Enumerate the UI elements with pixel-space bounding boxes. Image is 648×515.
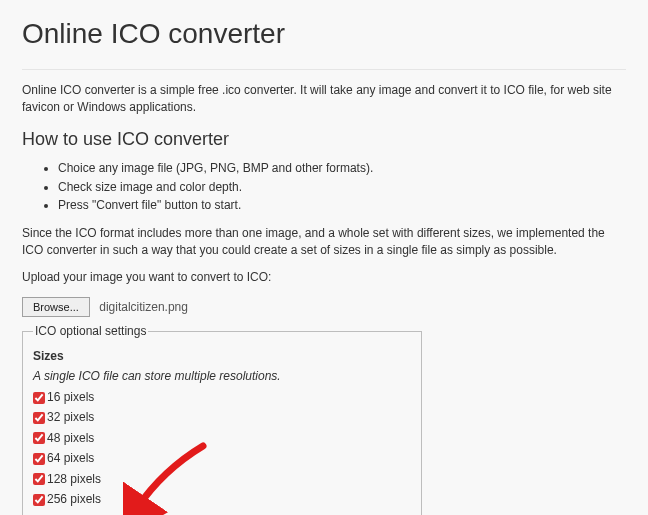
size-checkbox-16[interactable]: [33, 392, 45, 404]
size-option: 16 pixels: [33, 389, 411, 406]
howto-step: Choice any image file (JPG, PNG, BMP and…: [58, 160, 626, 177]
size-checkbox-48[interactable]: [33, 432, 45, 444]
browse-button[interactable]: Browse...: [22, 297, 90, 317]
upload-label: Upload your image you want to convert to…: [22, 269, 626, 286]
size-label[interactable]: 128 pixels: [47, 471, 101, 488]
howto-step: Check size image and color depth.: [58, 179, 626, 196]
size-label[interactable]: 16 pixels: [47, 389, 94, 406]
size-checkbox-128[interactable]: [33, 473, 45, 485]
size-checkbox-64[interactable]: [33, 453, 45, 465]
file-input-row: Browse... digitalcitizen.png: [22, 297, 626, 317]
howto-heading: How to use ICO converter: [22, 126, 626, 152]
size-label[interactable]: 32 pixels: [47, 409, 94, 426]
size-label[interactable]: 64 pixels: [47, 450, 94, 467]
size-checkbox-256[interactable]: [33, 494, 45, 506]
size-option: 128 pixels: [33, 471, 411, 488]
selected-filename: digitalcitizen.png: [99, 300, 188, 314]
size-option: 64 pixels: [33, 450, 411, 467]
note-text: Since the ICO format includes more than …: [22, 225, 626, 260]
page-title: Online ICO converter: [22, 14, 626, 55]
ico-settings-fieldset: ICO optional settings Sizes A single ICO…: [22, 323, 422, 515]
size-option: 48 pixels: [33, 430, 411, 447]
size-option: 256 pixels: [33, 491, 411, 508]
settings-legend: ICO optional settings: [33, 323, 148, 340]
size-label[interactable]: 48 pixels: [47, 430, 94, 447]
howto-step: Press "Convert file" button to start.: [58, 197, 626, 214]
size-label[interactable]: 256 pixels: [47, 491, 101, 508]
sizes-subtitle: A single ICO file can store multiple res…: [33, 368, 411, 385]
size-checkbox-32[interactable]: [33, 412, 45, 424]
howto-steps: Choice any image file (JPG, PNG, BMP and…: [22, 160, 626, 214]
size-option: 32 pixels: [33, 409, 411, 426]
sizes-title: Sizes: [33, 348, 411, 365]
intro-text: Online ICO converter is a simple free .i…: [22, 82, 626, 117]
divider: [22, 69, 626, 70]
